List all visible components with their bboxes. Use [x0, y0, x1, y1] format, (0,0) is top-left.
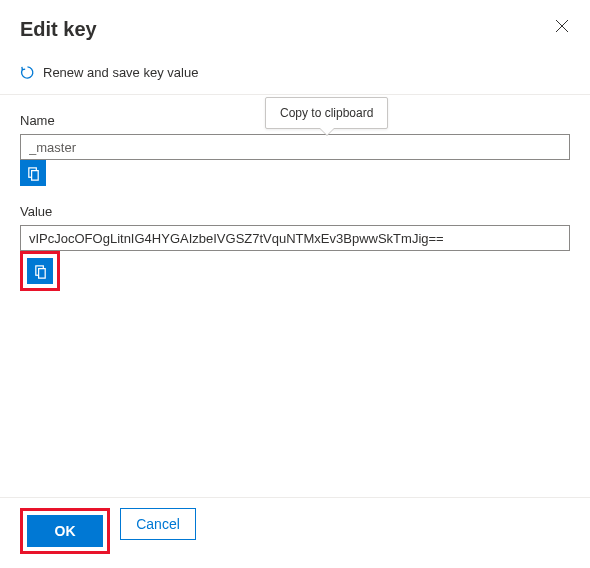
renew-button[interactable]: Renew and save key value	[43, 65, 198, 80]
form-area: Copy to clipboard Name Value	[0, 95, 590, 291]
dialog-footer: OK Cancel	[0, 497, 590, 568]
ok-button-highlight: OK	[20, 508, 110, 554]
toolbar: Renew and save key value	[0, 59, 590, 95]
close-button[interactable]	[554, 18, 570, 34]
name-input[interactable]	[20, 134, 570, 160]
copy-name-button[interactable]	[20, 160, 46, 186]
copy-icon	[26, 166, 41, 181]
copy-value-button[interactable]	[27, 258, 53, 284]
copy-value-highlight	[20, 251, 60, 291]
ok-button[interactable]: OK	[27, 515, 103, 547]
dialog-header: Edit key	[0, 0, 590, 59]
value-label: Value	[20, 204, 570, 219]
copy-icon	[33, 264, 48, 279]
value-input[interactable]	[20, 225, 570, 251]
cancel-button[interactable]: Cancel	[120, 508, 196, 540]
renew-icon	[20, 65, 35, 80]
dialog-title: Edit key	[20, 18, 97, 41]
name-field-block: Copy to clipboard Name	[20, 113, 570, 186]
copy-tooltip: Copy to clipboard	[265, 97, 388, 129]
close-icon	[555, 19, 569, 33]
value-field-block: Value	[20, 204, 570, 291]
